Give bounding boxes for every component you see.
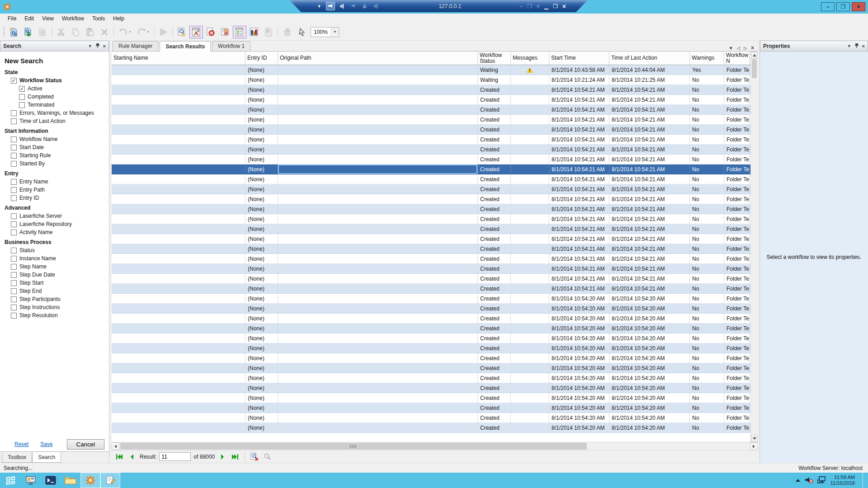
checkbox[interactable] (11, 305, 17, 310)
cell-starting-name[interactable] (112, 383, 245, 393)
checkbox[interactable] (11, 272, 17, 278)
cell-messages[interactable] (511, 95, 549, 105)
taskbar-powershell-button[interactable] (41, 473, 61, 488)
cell-workflow-status[interactable]: Created (478, 383, 511, 393)
cell-entry-id[interactable]: (None) (245, 184, 278, 194)
cell-workflow-name[interactable]: Folder Tem (724, 145, 750, 155)
cell-warnings[interactable]: No (690, 393, 724, 403)
cell-warnings[interactable]: No (690, 284, 724, 294)
cell-workflow-name[interactable]: Folder Tem (724, 423, 750, 433)
cell-starting-name[interactable] (112, 244, 245, 254)
cell-warnings[interactable]: No (690, 403, 724, 413)
cell-time-of-last-action[interactable]: 8/1/2014 10:54:20 AM (609, 373, 690, 383)
cell-time-of-last-action[interactable]: 8/1/2014 10:21:25 AM (609, 75, 690, 85)
checkbox[interactable] (11, 213, 17, 219)
cell-workflow-status[interactable]: Created (478, 284, 511, 294)
cell-start-time[interactable]: 8/1/2014 10:54:21 AM (549, 184, 609, 194)
cell-entry-id[interactable]: (None) (245, 333, 278, 343)
cell-workflow-name[interactable]: Folder Tem (724, 294, 750, 304)
table-row[interactable]: (None)Created8/1/2014 10:54:21 AM8/1/201… (112, 284, 750, 294)
cell-workflow-name[interactable]: Folder Tem (724, 174, 750, 184)
cell-time-of-last-action[interactable]: 8/1/2014 10:54:20 AM (609, 343, 690, 353)
cell-time-of-last-action[interactable]: 8/1/2014 10:54:20 AM (609, 324, 690, 333)
find-button[interactable] (262, 452, 272, 462)
cell-messages[interactable] (511, 413, 549, 423)
cell-warnings[interactable]: No (690, 164, 724, 174)
search-option-completed[interactable]: Completed (19, 94, 109, 100)
cell-warnings[interactable]: No (690, 125, 724, 135)
cell-entry-id[interactable]: (None) (245, 353, 278, 363)
cell-entry-id[interactable]: (None) (245, 234, 278, 244)
checkbox[interactable] (19, 102, 25, 108)
cell-workflow-name[interactable]: Folder Tem (724, 135, 750, 145)
scroll-right-arrow[interactable] (750, 442, 758, 450)
checkbox[interactable] (11, 179, 17, 185)
cell-time-of-last-action[interactable]: 8/1/2014 10:54:20 AM (609, 413, 690, 423)
cell-workflow-status[interactable]: Created (478, 393, 511, 403)
cell-warnings[interactable]: No (690, 383, 724, 393)
cell-time-of-last-action[interactable]: 8/1/2014 10:54:21 AM (609, 155, 690, 164)
cell-warnings[interactable]: No (690, 343, 724, 353)
cell-workflow-name[interactable]: Folder Tem (724, 65, 750, 75)
cell-original-path[interactable] (278, 164, 478, 174)
cell-workflow-name[interactable]: Folder Tem (724, 343, 750, 353)
cell-original-path[interactable] (278, 65, 478, 75)
table-row[interactable]: (None)Created8/1/2014 10:54:20 AM8/1/201… (112, 383, 750, 393)
cell-start-time[interactable]: 8/1/2014 10:54:20 AM (549, 314, 609, 324)
cell-workflow-name[interactable]: Folder Tem (724, 363, 750, 373)
cell-starting-name[interactable] (112, 65, 245, 75)
table-row[interactable]: (None)Created8/1/2014 10:54:21 AM8/1/201… (112, 274, 750, 284)
cell-time-of-last-action[interactable]: 8/1/2014 10:54:21 AM (609, 125, 690, 135)
tray-expand-icon[interactable] (796, 479, 800, 482)
cell-warnings[interactable]: No (690, 304, 724, 314)
cell-warnings[interactable]: No (690, 204, 724, 214)
cell-workflow-name[interactable]: Folder Tem (724, 125, 750, 135)
zoom-combo[interactable]: 100% ▼ (311, 27, 339, 37)
cell-workflow-status[interactable]: Created (478, 105, 511, 115)
cell-starting-name[interactable] (112, 413, 245, 423)
search-option-time-of-last-action[interactable]: Time of Last Action (11, 118, 109, 124)
cell-starting-name[interactable] (112, 403, 245, 413)
table-row[interactable]: (None)Created8/1/2014 10:54:20 AM8/1/201… (112, 304, 750, 314)
cell-start-time[interactable]: 8/1/2014 10:54:20 AM (549, 403, 609, 413)
tab-search-results[interactable]: Search Results (160, 41, 211, 52)
cell-warnings[interactable]: No (690, 363, 724, 373)
cell-workflow-name[interactable]: Folder Tem (724, 155, 750, 164)
cell-start-time[interactable]: 8/1/2014 10:54:21 AM (549, 284, 609, 294)
cell-messages[interactable] (511, 85, 549, 95)
cell-start-time[interactable]: 8/1/2014 10:54:21 AM (549, 204, 609, 214)
cell-messages[interactable] (511, 284, 549, 294)
table-row[interactable]: (None)Created8/1/2014 10:54:20 AM8/1/201… (112, 333, 750, 343)
cell-entry-id[interactable]: (None) (245, 75, 278, 85)
table-row[interactable]: (None)Waiting8/1/2014 10:21:24 AM8/1/201… (112, 75, 750, 85)
cell-warnings[interactable]: No (690, 353, 724, 363)
cell-time-of-last-action[interactable]: 8/1/2014 10:54:20 AM (609, 353, 690, 363)
cell-start-time[interactable]: 8/1/2014 10:54:21 AM (549, 95, 609, 105)
table-row[interactable]: (None)Created8/1/2014 10:54:21 AM8/1/201… (112, 254, 750, 264)
cell-start-time[interactable]: 8/1/2014 10:54:20 AM (549, 324, 609, 333)
cell-time-of-last-action[interactable]: 8/1/2014 10:54:21 AM (609, 135, 690, 145)
checkbox[interactable]: ✓ (11, 78, 17, 84)
cell-workflow-status[interactable]: Created (478, 353, 511, 363)
checkbox[interactable] (11, 221, 17, 227)
tab-scroll-left-icon[interactable]: ◁ (737, 46, 741, 51)
cell-original-path[interactable] (278, 155, 478, 164)
cell-original-path[interactable] (278, 274, 478, 284)
cell-entry-id[interactable]: (None) (245, 294, 278, 304)
cell-messages[interactable] (511, 75, 549, 85)
table-row[interactable]: (None)Created8/1/2014 10:54:21 AM8/1/201… (112, 224, 750, 234)
cell-workflow-status[interactable]: Created (478, 333, 511, 343)
table-row[interactable]: (None)Created8/1/2014 10:54:21 AM8/1/201… (112, 135, 750, 145)
cell-messages[interactable] (511, 343, 549, 353)
cell-start-time[interactable]: 8/1/2014 10:54:21 AM (549, 85, 609, 95)
cell-entry-id[interactable]: (None) (245, 204, 278, 214)
cell-workflow-status[interactable]: Created (478, 403, 511, 413)
cell-workflow-status[interactable]: Created (478, 125, 511, 135)
cell-warnings[interactable]: Yes (690, 65, 724, 75)
cell-entry-id[interactable]: (None) (245, 284, 278, 294)
search-option-start-date[interactable]: Start Date (11, 144, 109, 150)
cell-messages[interactable] (511, 155, 549, 164)
cell-warnings[interactable]: No (690, 333, 724, 343)
table-row[interactable]: (None)Created8/1/2014 10:54:21 AM8/1/201… (112, 244, 750, 254)
cell-starting-name[interactable] (112, 174, 245, 184)
